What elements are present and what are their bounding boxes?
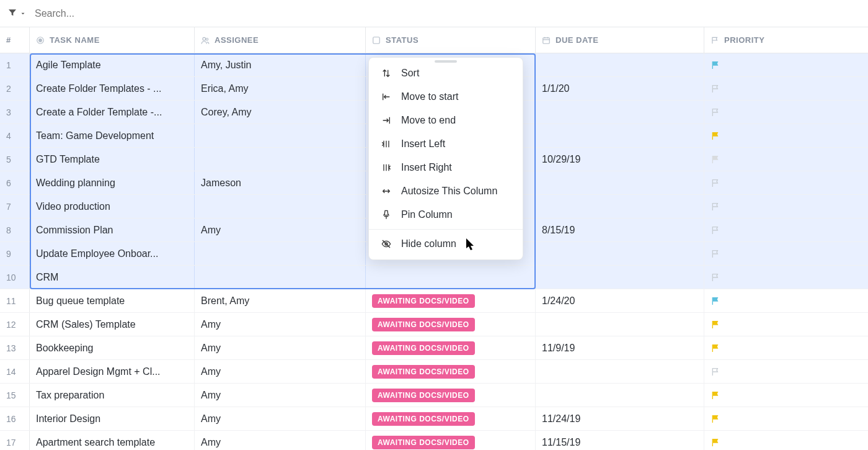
status-cell[interactable]: AWAITING DOCS/VIDEO	[366, 384, 536, 407]
task-name-cell[interactable]: GTD Template	[30, 148, 195, 171]
status-cell[interactable]: AWAITING DOCS/VIDEO	[366, 289, 536, 312]
status-cell[interactable]: AWAITING DOCS/VIDEO	[366, 313, 536, 336]
status-cell[interactable]: AWAITING DOCS/VIDEO	[366, 407, 536, 430]
duedate-cell[interactable]	[536, 171, 704, 194]
task-name-cell[interactable]: Agile Template	[30, 53, 195, 76]
table-row[interactable]: 13BookkeepingAmyAWAITING DOCS/VIDEO11/9/…	[0, 336, 868, 360]
duedate-cell[interactable]	[536, 242, 704, 265]
duedate-cell[interactable]: 10/29/19	[536, 148, 704, 171]
menu-autosize[interactable]: Autosize This Column	[369, 179, 523, 203]
task-name-cell[interactable]: Create Folder Templates - ...	[30, 77, 195, 100]
table-row[interactable]: 14Apparel Design Mgmt + Cl...AmyAWAITING…	[0, 360, 868, 384]
priority-cell[interactable]	[704, 336, 868, 359]
assignee-cell[interactable]	[195, 195, 366, 218]
assignee-cell[interactable]	[195, 148, 366, 171]
task-name-cell[interactable]: Create a Folder Template -...	[30, 101, 195, 124]
menu-hide[interactable]: Hide column	[369, 232, 523, 256]
table-row[interactable]: 17Apartment search templateAmyAWAITING D…	[0, 431, 868, 450]
duedate-cell[interactable]	[536, 53, 704, 76]
assignee-cell[interactable]: Brent, Amy	[195, 289, 366, 312]
priority-cell[interactable]	[704, 431, 868, 450]
priority-cell[interactable]	[704, 242, 868, 265]
header-assignee[interactable]: ASSIGNEE	[195, 27, 366, 53]
search-input[interactable]	[32, 6, 156, 22]
header-num[interactable]: #	[0, 27, 30, 53]
header-task[interactable]: TASK NAME	[30, 27, 195, 53]
duedate-cell[interactable]	[536, 266, 704, 289]
menu-sort[interactable]: Sort	[369, 61, 523, 85]
menu-move-end[interactable]: Move to end	[369, 109, 523, 132]
table-row[interactable]: 10CRM	[0, 266, 868, 289]
header-duedate[interactable]: DUE DATE	[536, 27, 704, 53]
assignee-cell[interactable]: Amy	[195, 336, 366, 359]
assignee-cell[interactable]	[195, 124, 366, 147]
filter-button[interactable]	[7, 7, 26, 19]
task-name-cell[interactable]: Commission Plan	[30, 218, 195, 241]
task-name-cell[interactable]: CRM	[30, 266, 195, 289]
duedate-cell[interactable]	[536, 124, 704, 147]
duedate-cell[interactable]	[536, 101, 704, 124]
task-name-cell[interactable]: Team: Game Development	[30, 124, 195, 147]
priority-cell[interactable]	[704, 77, 868, 100]
assignee-cell[interactable]: Erica, Amy	[195, 77, 366, 100]
assignee-cell[interactable]: Amy	[195, 384, 366, 407]
task-name-cell[interactable]: Interior Design	[30, 407, 195, 430]
priority-cell[interactable]	[704, 407, 868, 430]
task-name-cell[interactable]: Video production	[30, 195, 195, 218]
priority-cell[interactable]	[704, 148, 868, 171]
task-name-cell[interactable]: Apartment search template	[30, 431, 195, 450]
header-priority[interactable]: PRIORITY	[704, 27, 868, 53]
assignee-cell[interactable]	[195, 242, 366, 265]
duedate-cell[interactable]: 1/1/20	[536, 77, 704, 100]
menu-insert-left[interactable]: Insert Left	[369, 132, 523, 156]
priority-cell[interactable]	[704, 289, 868, 312]
task-name-cell[interactable]: Bookkeeping	[30, 336, 195, 359]
assignee-cell[interactable]: Amy	[195, 431, 366, 450]
assignee-cell[interactable]: Amy, Justin	[195, 53, 366, 76]
assignee-cell[interactable]: Amy	[195, 407, 366, 430]
priority-cell[interactable]	[704, 313, 868, 336]
table-row[interactable]: 15Tax preparationAmyAWAITING DOCS/VIDEO	[0, 384, 868, 407]
priority-cell[interactable]	[704, 171, 868, 194]
task-name-cell[interactable]: Apparel Design Mgmt + Cl...	[30, 360, 195, 383]
priority-cell[interactable]	[704, 266, 868, 289]
assignee-cell[interactable]: Corey, Amy	[195, 101, 366, 124]
duedate-cell[interactable]: 8/15/19	[536, 218, 704, 241]
assignee-cell[interactable]	[195, 266, 366, 289]
task-name-cell[interactable]: CRM (Sales) Template	[30, 313, 195, 336]
table-row[interactable]: 16Interior DesignAmyAWAITING DOCS/VIDEO1…	[0, 407, 868, 431]
duedate-cell[interactable]	[536, 384, 704, 407]
task-name-cell[interactable]: Update Employee Onboar...	[30, 242, 195, 265]
duedate-cell[interactable]: 11/9/19	[536, 336, 704, 359]
priority-cell[interactable]	[704, 101, 868, 124]
status-cell[interactable]: AWAITING DOCS/VIDEO	[366, 336, 536, 359]
status-cell[interactable]	[366, 266, 536, 289]
status-cell[interactable]: AWAITING DOCS/VIDEO	[366, 431, 536, 450]
priority-cell[interactable]	[704, 384, 868, 407]
duedate-cell[interactable]	[536, 313, 704, 336]
priority-cell[interactable]	[704, 124, 868, 147]
assignee-cell[interactable]: Jameson	[195, 171, 366, 194]
duedate-cell[interactable]: 1/24/20	[536, 289, 704, 312]
header-status[interactable]: STATUS	[366, 27, 536, 53]
table-row[interactable]: 12CRM (Sales) TemplateAmyAWAITING DOCS/V…	[0, 313, 868, 336]
menu-insert-right[interactable]: Insert Right	[369, 156, 523, 179]
duedate-cell[interactable]	[536, 360, 704, 383]
menu-pin[interactable]: Pin Column	[369, 203, 523, 227]
priority-cell[interactable]	[704, 360, 868, 383]
table-row[interactable]: 11Bug queue templateBrent, AmyAWAITING D…	[0, 289, 868, 313]
priority-cell[interactable]	[704, 218, 868, 241]
assignee-cell[interactable]: Amy	[195, 218, 366, 241]
menu-move-start[interactable]: Move to start	[369, 85, 523, 109]
priority-cell[interactable]	[704, 53, 868, 76]
duedate-cell[interactable]	[536, 195, 704, 218]
duedate-cell[interactable]: 11/24/19	[536, 407, 704, 430]
assignee-cell[interactable]: Amy	[195, 313, 366, 336]
task-name-cell[interactable]: Wedding planning	[30, 171, 195, 194]
status-cell[interactable]: AWAITING DOCS/VIDEO	[366, 360, 536, 383]
priority-cell[interactable]	[704, 195, 868, 218]
task-name-cell[interactable]: Bug queue template	[30, 289, 195, 312]
task-name-cell[interactable]: Tax preparation	[30, 384, 195, 407]
duedate-cell[interactable]: 11/15/19	[536, 431, 704, 450]
assignee-cell[interactable]: Amy	[195, 360, 366, 383]
